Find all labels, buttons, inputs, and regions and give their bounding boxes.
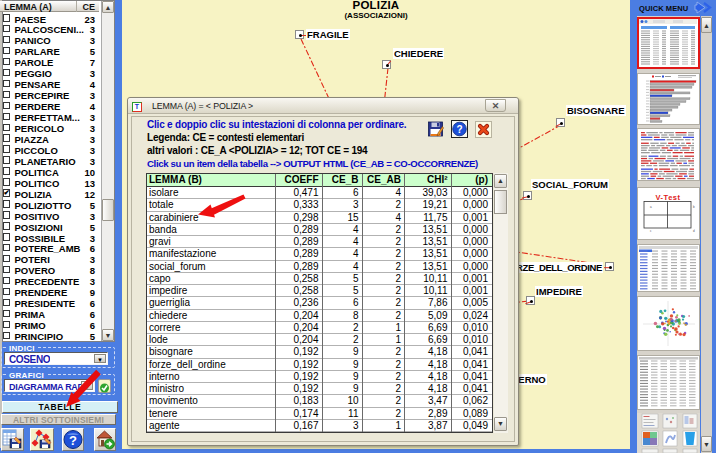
- svg-text:?: ?: [456, 124, 462, 135]
- svg-text:?: ?: [69, 433, 77, 448]
- svg-text:V-Test: V-Test: [656, 193, 681, 202]
